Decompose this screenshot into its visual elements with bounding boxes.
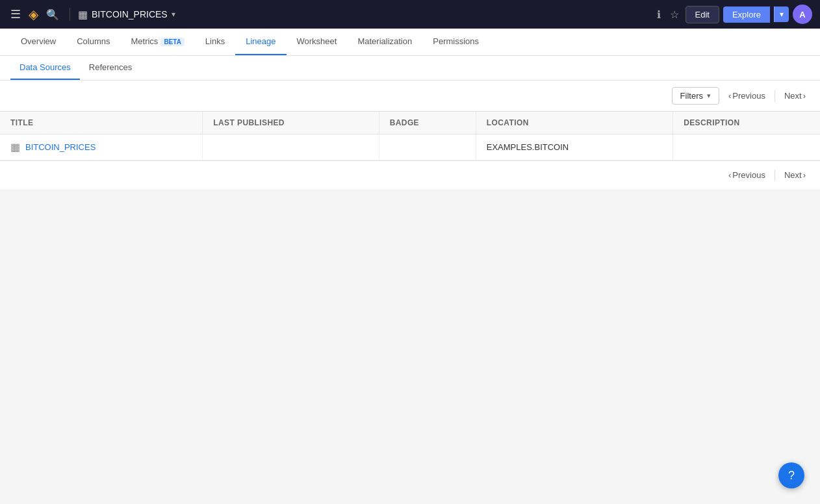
prev-chevron-icon-bottom: ‹ [728,170,731,180]
next-chevron-icon-top: › [803,91,806,101]
row-dataset-icon: ▦ [10,141,20,153]
main-content: Filters ▾ ‹ Previous Next › Title Last P… [0,81,820,189]
table-row: ▦ BITCOIN_PRICES EXAMPLES.BITCOIN [0,134,820,160]
tab-metrics[interactable]: MetricsBETA [120,29,194,55]
pagination-divider-top [775,90,775,102]
edit-button[interactable]: Edit [685,6,719,23]
tab-overview[interactable]: Overview [10,29,66,55]
cell-badge [379,134,476,160]
table-header-row: Title Last Published Badge Location Desc… [0,112,820,134]
tab-lineage[interactable]: Lineage [235,29,286,55]
previous-label-bottom: Previous [732,170,765,180]
column-header-badge: Badge [379,112,476,134]
search-icon[interactable]: 🔍 [44,6,62,23]
next-label-top: Next [784,91,802,101]
column-header-location: Location [476,112,673,134]
next-button-bottom[interactable]: Next › [780,168,810,183]
top-bar: ☰ ◈ 🔍 ▦ BITCOIN_PRICES ▾ ℹ ☆ Edit Explor… [0,0,820,29]
tab-permissions[interactable]: Permissions [422,29,489,55]
explore-dropdown-button[interactable]: ▾ [774,6,789,22]
column-header-last-published: Last Published [203,112,379,134]
previous-label-top: Previous [732,91,765,101]
next-label-bottom: Next [784,170,802,180]
subtab-references[interactable]: References [80,56,141,80]
tab-navigation: Overview Columns MetricsBETA Links Linea… [0,29,820,56]
tab-columns[interactable]: Columns [66,29,120,55]
breadcrumb-chevron-icon[interactable]: ▾ [172,10,175,19]
top-bar-actions: ℹ ☆ Edit Explore ▾ A [654,5,812,24]
explore-button[interactable]: Explore [723,6,770,23]
nav-divider [70,8,70,21]
dataset-name: BITCOIN_PRICES [92,9,168,19]
data-table: Title Last Published Badge Location Desc… [0,112,820,160]
title-link[interactable]: BITCOIN_PRICES [25,142,96,152]
cell-last-published [203,134,379,160]
cell-description [673,134,820,160]
filters-button[interactable]: Filters ▾ [672,87,719,105]
subtab-data-sources[interactable]: Data Sources [10,56,80,80]
previous-button-bottom[interactable]: ‹ Previous [724,168,769,183]
sub-tab-navigation: Data Sources References [0,56,820,81]
column-header-description: Description [673,112,820,134]
toolbar-bottom: ‹ Previous Next › [0,160,820,189]
star-icon[interactable]: ☆ [667,6,682,23]
menu-icon[interactable]: ☰ [8,5,23,24]
prev-chevron-icon-top: ‹ [728,91,731,101]
info-icon[interactable]: ℹ [654,6,663,23]
next-chevron-icon-bottom: › [803,170,806,180]
next-button-top[interactable]: Next › [780,88,810,103]
dataset-type-icon: ▦ [78,8,88,21]
avatar[interactable]: A [793,5,812,24]
filters-label: Filters [680,91,703,101]
metrics-beta-badge: BETA [160,38,184,46]
cell-title: ▦ BITCOIN_PRICES [0,134,203,160]
previous-button-top[interactable]: ‹ Previous [724,88,769,103]
breadcrumb: ▦ BITCOIN_PRICES ▾ [78,8,175,21]
pagination-divider-bottom [775,170,775,181]
cell-location: EXAMPLES.BITCOIN [476,134,673,160]
logo-icon: ◈ [29,6,38,22]
toolbar-top: Filters ▾ ‹ Previous Next › [0,81,820,112]
column-header-title: Title [0,112,203,134]
tab-materialization[interactable]: Materialization [347,29,422,55]
tab-links[interactable]: Links [195,29,235,55]
tab-worksheet[interactable]: Worksheet [287,29,348,55]
filters-chevron-icon: ▾ [707,92,711,100]
